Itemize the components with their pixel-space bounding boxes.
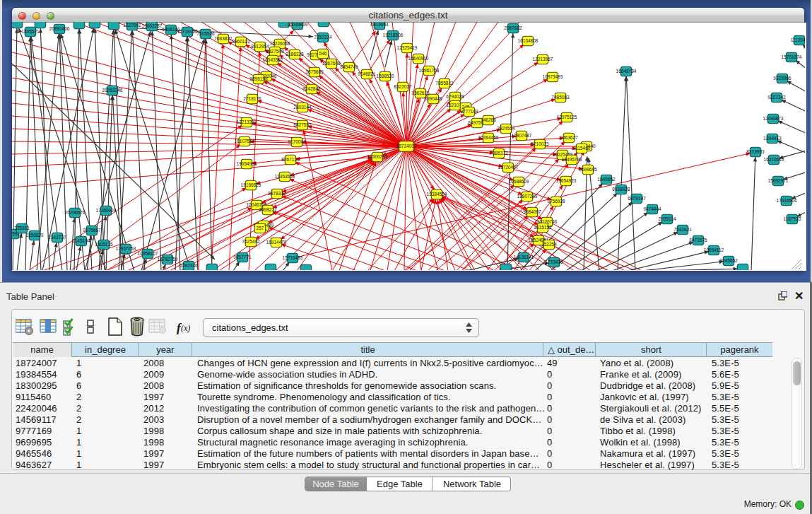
svg-text:8960123: 8960123	[232, 39, 250, 44]
svg-text:16648784: 16648784	[616, 69, 637, 74]
svg-text:16961758: 16961758	[419, 68, 440, 73]
svg-text:12213383: 12213383	[237, 119, 257, 124]
svg-text:9699695: 9699695	[579, 167, 597, 172]
svg-text:10688609: 10688609	[509, 179, 529, 184]
svg-text:2087682: 2087682	[504, 25, 522, 30]
svg-text:9975867: 9975867	[83, 228, 101, 233]
svg-text:9227342: 9227342	[767, 95, 786, 100]
svg-text:9242848: 9242848	[302, 86, 321, 91]
svg-text:6210023: 6210023	[531, 141, 549, 146]
svg-text:2367608: 2367608	[322, 61, 341, 66]
svg-text:16154808: 16154808	[518, 38, 539, 43]
svg-text:8938928: 8938928	[612, 187, 630, 192]
svg-text:1588520: 1588520	[376, 74, 394, 78]
svg-text:10653287: 10653287	[142, 23, 163, 28]
svg-text:20364456: 20364456	[478, 135, 499, 140]
svg-text:16210643: 16210643	[764, 157, 784, 162]
svg-text:7625402: 7625402	[242, 239, 260, 244]
svg-text:1527602: 1527602	[123, 23, 141, 28]
svg-text:19384554: 19384554	[427, 192, 447, 197]
svg-text:20206576: 20206576	[65, 210, 86, 215]
svg-text:19654935: 19654935	[237, 161, 257, 166]
svg-text:1167533: 1167533	[784, 216, 801, 221]
svg-text:12325419: 12325419	[397, 45, 418, 50]
svg-text:546: 546	[319, 51, 327, 56]
svg-text:12975125: 12975125	[557, 115, 577, 119]
svg-text:1405571: 1405571	[21, 29, 40, 34]
svg-text:8322037: 8322037	[394, 84, 412, 89]
svg-text:3824554: 3824554	[497, 126, 515, 131]
svg-text:16914479: 16914479	[266, 240, 287, 245]
svg-text:2803144: 2803144	[293, 105, 312, 110]
svg-text:10973493: 10973493	[543, 74, 563, 79]
svg-text:9857771: 9857771	[233, 255, 252, 259]
svg-text:8990448: 8990448	[424, 96, 442, 101]
svg-text:19166825: 19166825	[241, 182, 261, 187]
svg-text:16543362: 16543362	[263, 57, 283, 62]
svg-text:3498222: 3498222	[259, 207, 277, 212]
svg-text:8213933: 8213933	[746, 149, 765, 154]
svg-text:15692971: 15692971	[768, 178, 789, 183]
svg-text:9474444: 9474444	[643, 206, 661, 211]
svg-text:746266: 746266	[481, 117, 496, 122]
svg-text:8427552: 8427552	[293, 122, 312, 127]
svg-text:6879197: 6879197	[628, 196, 646, 201]
svg-text:2935114: 2935114	[659, 216, 676, 221]
svg-text:15751074: 15751074	[782, 54, 802, 59]
svg-text:9115460: 9115460	[573, 146, 591, 151]
svg-text:14136141: 14136141	[514, 255, 534, 259]
svg-text:15720407: 15720407	[498, 165, 519, 170]
svg-text:10719155: 10719155	[177, 29, 198, 34]
svg-text:8471676: 8471676	[689, 238, 707, 243]
svg-text:8186328: 8186328	[286, 52, 304, 57]
svg-text:257: 257	[257, 226, 264, 230]
svg-text:18300295: 18300295	[367, 154, 388, 159]
svg-text:19218506: 19218506	[383, 33, 404, 37]
svg-text:18807249: 18807249	[517, 194, 538, 199]
svg-text:1156829: 1156829	[26, 233, 44, 238]
svg-text:7357224: 7357224	[314, 35, 332, 40]
svg-text:10807487: 10807487	[512, 133, 532, 138]
svg-text:9463627: 9463627	[560, 135, 578, 140]
svg-text:7485063: 7485063	[551, 95, 570, 100]
svg-text:11353554: 11353554	[275, 174, 295, 179]
svg-text:9684067: 9684067	[523, 209, 541, 214]
svg-text:17016504: 17016504	[777, 198, 797, 203]
svg-text:8267130: 8267130	[281, 157, 300, 162]
svg-text:9245652: 9245652	[719, 258, 738, 263]
svg-text:16782759: 16782759	[158, 257, 178, 262]
svg-text:1292346: 1292346	[180, 263, 198, 268]
svg-text:2718176: 2718176	[243, 96, 261, 101]
svg-text:1733426: 1733426	[545, 259, 563, 264]
svg-text:9827509: 9827509	[266, 49, 284, 54]
svg-text:15716485: 15716485	[283, 255, 303, 260]
svg-text:2342737: 2342737	[48, 235, 66, 240]
svg-text:8878332: 8878332	[268, 191, 286, 196]
svg-text:15640910: 15640910	[408, 56, 429, 61]
svg-text:8813054: 8813054	[370, 22, 389, 27]
svg-text:(x): (x)	[181, 323, 190, 333]
svg-text:7515526: 7515526	[196, 31, 215, 36]
svg-text:16107554: 16107554	[235, 139, 255, 144]
svg-text:17957253: 17957253	[116, 246, 136, 251]
svg-text:16033809: 16033809	[288, 22, 308, 27]
svg-text:9896158: 9896158	[249, 76, 268, 81]
svg-text:7955812: 7955812	[435, 81, 454, 86]
svg-text:3675685: 3675685	[305, 69, 324, 74]
svg-text:1244413: 1244413	[763, 136, 782, 141]
svg-text:9146821: 9146821	[358, 71, 376, 76]
svg-text:9329966: 9329966	[773, 76, 792, 81]
svg-text:6794028: 6794028	[446, 94, 464, 99]
svg-text:19654923: 19654923	[556, 178, 577, 183]
svg-text:252254: 252254	[541, 242, 557, 247]
svg-text:8454749: 8454749	[340, 64, 358, 69]
svg-text:12213967: 12213967	[533, 57, 553, 62]
svg-text:9756928: 9756928	[547, 199, 565, 204]
svg-text:9777169: 9777169	[460, 109, 478, 114]
svg-text:1505135: 1505135	[95, 242, 113, 247]
svg-text:7663822: 7663822	[214, 36, 233, 41]
svg-text:18724007: 18724007	[396, 144, 417, 148]
svg-text:18495798: 18495798	[562, 157, 582, 162]
svg-text:335061: 335061	[14, 226, 30, 230]
svg-text:10654112: 10654112	[704, 247, 724, 252]
